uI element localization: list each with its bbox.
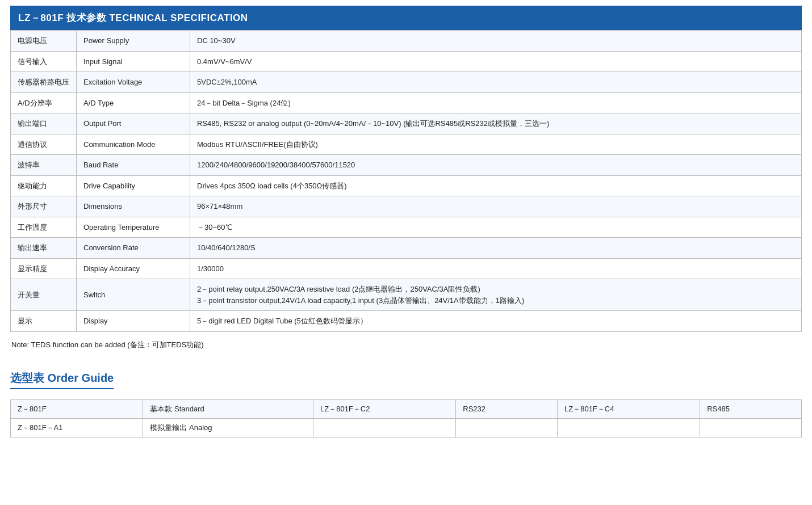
- spec-val-4: RS485, RS232 or analog output (0~20mA/4~…: [190, 113, 802, 134]
- order-cell-1-2: [313, 418, 456, 437]
- spec-cn-11: 显示精度: [11, 258, 77, 279]
- spec-cn-5: 通信协议: [11, 134, 77, 155]
- spec-en-0: Power Supply: [77, 31, 190, 52]
- spec-en-1: Input Signal: [77, 51, 190, 72]
- spec-table: 电源电压Power SupplyDC 10~30V信号输入Input Signa…: [10, 30, 802, 332]
- spec-val-0: DC 10~30V: [190, 31, 802, 52]
- spec-val-10: 10/40/640/1280/S: [190, 238, 802, 259]
- spec-val-2: 5VDC±2%,100mA: [190, 72, 802, 93]
- order-cell-1-4: [558, 418, 700, 437]
- spec-cn-7: 驱动能力: [11, 175, 77, 196]
- spec-cn-4: 输出端口: [11, 113, 77, 134]
- spec-val-1: 0.4mV/V~6mV/V: [190, 51, 802, 72]
- spec-cn-0: 电源电压: [11, 31, 77, 52]
- order-cell-0-1: 基本款 Standard: [143, 399, 313, 418]
- order-cell-0-2: LZ－801F－C2: [313, 399, 456, 418]
- spec-val-11: 1/30000: [190, 258, 802, 279]
- spec-en-7: Drive Capability: [77, 175, 190, 196]
- order-guide-title: 选型表 Order Guide: [10, 371, 114, 389]
- spec-en-8: Dimensions: [77, 196, 190, 217]
- spec-val-6: 1200/240/4800/9600/19200/38400/57600/115…: [190, 155, 802, 176]
- spec-cn-2: 传感器桥路电压: [11, 72, 77, 93]
- spec-en-6: Baud Rate: [77, 155, 190, 176]
- order-cell-0-4: LZ－801F－C4: [558, 399, 700, 418]
- spec-en-3: A/D Type: [77, 92, 190, 113]
- page-title: LZ－801F 技术参数 TECHNICAL SPECIFICATION: [10, 6, 802, 30]
- spec-cn-12: 开关量: [11, 279, 77, 311]
- spec-val-8: 96×71×48mm: [190, 196, 802, 217]
- order-cell-0-5: RS485: [700, 399, 802, 418]
- spec-en-12: Switch: [77, 279, 190, 311]
- order-cell-1-5: [700, 418, 802, 437]
- spec-val-9: －30~60℃: [190, 217, 802, 238]
- order-guide-table: Z－801F基本款 StandardLZ－801F－C2RS232LZ－801F…: [10, 399, 802, 437]
- spec-cn-10: 输出速率: [11, 238, 77, 259]
- spec-cn-6: 波特率: [11, 155, 77, 176]
- spec-cn-8: 外形尺寸: [11, 196, 77, 217]
- spec-en-5: Communication Mode: [77, 134, 190, 155]
- order-cell-1-1: 模拟量输出 Analog: [143, 418, 313, 437]
- spec-cn-3: A/D分辨率: [11, 92, 77, 113]
- order-cell-1-0: Z－801F－A1: [11, 418, 143, 437]
- spec-cn-9: 工作温度: [11, 217, 77, 238]
- order-cell-0-3: RS232: [456, 399, 558, 418]
- spec-cn-13: 显示: [11, 311, 77, 332]
- order-cell-0-0: Z－801F: [11, 399, 143, 418]
- spec-val-3: 24－bit Delta－Sigma (24位): [190, 92, 802, 113]
- spec-val-13: 5－digit red LED Digital Tube (5位红色数码管显示）: [190, 311, 802, 332]
- spec-en-4: Output Port: [77, 113, 190, 134]
- spec-en-10: Conversion Rate: [77, 238, 190, 259]
- spec-en-9: Operating Temperature: [77, 217, 190, 238]
- order-cell-1-3: [456, 418, 558, 437]
- spec-en-11: Display Accuracy: [77, 258, 190, 279]
- note-text: Note: TEDS function can be added (备注：可加T…: [10, 338, 802, 352]
- spec-val-12: 2－point relay output,250VAC/3A resistive…: [190, 279, 802, 311]
- spec-val-7: Drives 4pcs 350Ω load cells (4个350Ω传感器): [190, 175, 802, 196]
- spec-cn-1: 信号输入: [11, 51, 77, 72]
- spec-en-13: Display: [77, 311, 190, 332]
- spec-en-2: Excitation Voltage: [77, 72, 190, 93]
- spec-val-5: Modbus RTU/ASCII/FREE(自由协议): [190, 134, 802, 155]
